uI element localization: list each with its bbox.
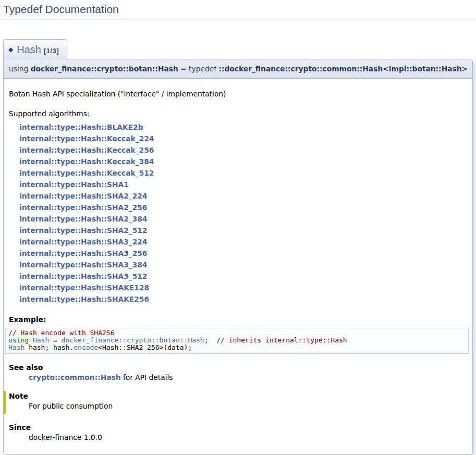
proto-target-type: ::docker_finance::crypto::common::Hash<i… [218, 65, 468, 73]
algorithm-link[interactable]: internal::type::Hash::SHAKE128 [19, 282, 149, 293]
code-plain: ; [204, 336, 216, 344]
member-documentation: Botan Hash API specialization ("interfac… [3, 79, 473, 454]
algorithm-link[interactable]: internal::type::Hash::SHAKE256 [19, 293, 149, 305]
code-line: using Hash = docker_finance::crypto::bot… [8, 337, 466, 344]
algorithm-link[interactable]: internal::type::Hash::SHA3_512 [19, 270, 147, 282]
note-section: Note For public consumption [4, 391, 467, 414]
code-link-botan-hash[interactable]: docker_finance::crypto::botan::Hash [62, 336, 204, 344]
member-brief-text: Botan Hash API specialization ("interfac… [9, 90, 467, 98]
algorithm-link[interactable]: internal::type::Hash::BLAKE2b [19, 121, 143, 133]
algorithm-link[interactable]: internal::type::Hash::Keccak_384 [19, 156, 154, 167]
algorithm-list: internal::type::Hash::BLAKE2binternal::t… [19, 121, 467, 305]
proto-using-keyword: using [9, 65, 31, 73]
typedef-member-hash: ◆Hash[1/3] using docker_finance::crypto:… [3, 39, 473, 454]
code-comment: // inherits internal::type::Hash [216, 336, 347, 344]
proto-typedef-name: docker_finance::crypto::botan::Hash [31, 65, 178, 73]
member-title: Hash [17, 44, 41, 55]
algorithm-link[interactable]: internal::type::Hash::SHA1 [19, 179, 129, 190]
member-item: using docker_finance::crypto::botan::Has… [3, 59, 473, 454]
see-also-content: crypto::common::Hash for API details [29, 373, 467, 382]
anchor-diamond-icon[interactable]: ◆ [8, 46, 13, 53]
code-keyword: using [8, 336, 29, 344]
code-line: Hash hash; hash.encode<Hash::SHA2_256>(d… [8, 344, 466, 351]
code-plain [29, 336, 33, 344]
code-link-hash[interactable]: Hash [8, 343, 25, 351]
code-plain: = [49, 336, 61, 344]
see-also-text: for API details [121, 373, 173, 382]
see-also-label: See also [9, 363, 467, 372]
member-overload-counter: [1/3] [44, 47, 59, 55]
note-label: Note [9, 392, 467, 400]
algorithm-link[interactable]: internal::type::Hash::SHA3_224 [19, 236, 147, 248]
code-comment: // Hash encode with SHA256 [8, 329, 115, 337]
algorithm-link[interactable]: internal::type::Hash::Keccak_512 [19, 167, 154, 179]
member-tab: ◆Hash[1/3] [3, 39, 67, 59]
since-text: docker-finance 1.0.0 [29, 433, 467, 441]
algorithm-link[interactable]: internal::type::Hash::SHA3_384 [19, 259, 147, 270]
proto-equals-typedef: = typedef [178, 65, 219, 73]
algorithm-link[interactable]: internal::type::Hash::SHA2_256 [19, 202, 147, 213]
code-link-hash[interactable]: Hash [33, 336, 49, 344]
code-plain: hash; hash. [25, 343, 74, 351]
see-also-link[interactable]: crypto::common::Hash [29, 373, 121, 382]
algorithm-link[interactable]: internal::type::Hash::SHA2_512 [19, 225, 147, 236]
member-prototype: using docker_finance::crypto::botan::Has… [3, 59, 473, 79]
code-link-encode[interactable]: encode [74, 343, 98, 351]
supported-algorithms-label: Supported algorithms: [9, 109, 467, 118]
since-section: Since docker-finance 1.0.0 [9, 423, 467, 441]
page-title: Typedef Documentation [0, 2, 476, 19]
algorithm-link[interactable]: internal::type::Hash::Keccak_256 [19, 144, 154, 156]
code-line: // Hash encode with SHA256 [8, 329, 466, 337]
code-example-block: // Hash encode with SHA256 using Hash = … [5, 328, 469, 354]
algorithm-link[interactable]: internal::type::Hash::SHA2_384 [19, 213, 147, 225]
since-label: Since [9, 423, 467, 432]
note-text: For public consumption [29, 402, 467, 410]
algorithm-link[interactable]: internal::type::Hash::Keccak_224 [19, 133, 154, 144]
see-also-section: See also crypto::common::Hash for API de… [9, 363, 467, 382]
content-area: Typedef Documentation ◆Hash[1/3] using d… [0, 2, 476, 454]
example-label: Example: [9, 315, 467, 324]
code-plain: <Hash::SHA2_256>(data); [98, 343, 192, 351]
algorithm-link[interactable]: internal::type::Hash::SHA2_224 [19, 190, 147, 202]
algorithm-link[interactable]: internal::type::Hash::SHA3_256 [19, 248, 147, 259]
